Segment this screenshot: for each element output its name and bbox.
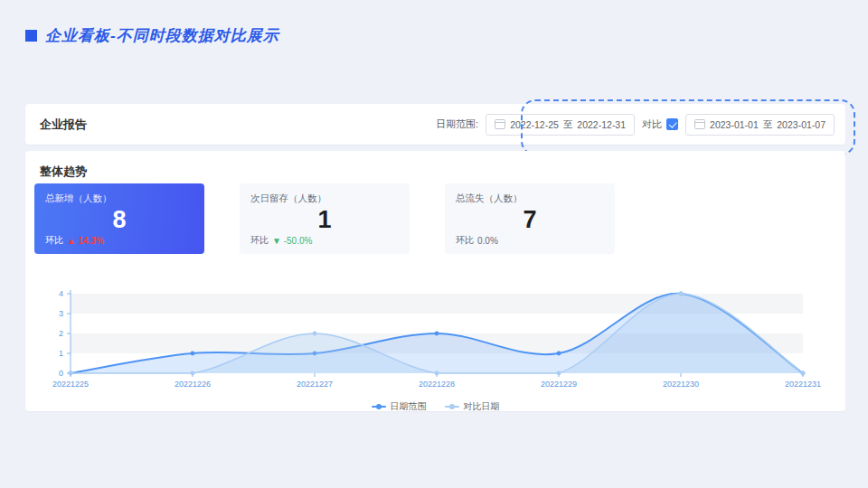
- date-range-start: 2022-12-25: [510, 119, 559, 130]
- trend-chart-svg: 0123420221225202212262022122720221228202…: [38, 286, 834, 397]
- card-value: 8: [45, 206, 193, 234]
- card-value: 1: [250, 206, 399, 234]
- stat-card-next-day-retention[interactable]: 次日留存（人数） 1 环比 ▼ -50.0%: [240, 183, 410, 254]
- card-title: 总流失（人数）: [456, 192, 604, 205]
- legend-label: 对比日期: [464, 400, 500, 413]
- footer-label: 环比: [456, 234, 474, 247]
- data-point: [679, 292, 684, 296]
- delta-up-icon: ▲ 14.3%: [67, 236, 104, 246]
- compare-range-start: 2023-01-01: [710, 119, 759, 130]
- card-footer: 环比 0.0%: [456, 234, 498, 247]
- stat-cards: 总新增（人数） 8 环比 ▲ 14.3% 次日留存（人数） 1 环比 ▼ -50…: [34, 183, 615, 254]
- x-axis-label: 20221230: [663, 380, 699, 389]
- y-axis-label: 0: [59, 369, 63, 378]
- data-point: [313, 332, 317, 336]
- card-title: 次日留存（人数）: [250, 192, 399, 205]
- title-square-icon: [25, 30, 37, 42]
- compare-range-end: 2023-01-07: [777, 119, 826, 130]
- compare-range-separator: 至: [763, 118, 773, 131]
- trend-panel-title: 整体趋势: [40, 164, 845, 180]
- card-footer: 环比 ▼ -50.0%: [250, 234, 312, 247]
- data-point: [557, 352, 561, 356]
- legend-item[interactable]: 对比日期: [445, 400, 500, 413]
- delta-value: 0.0%: [477, 236, 498, 246]
- page-title-text: 企业看板-不同时段数据对比展示: [45, 25, 279, 46]
- data-point: [557, 371, 561, 376]
- x-axis-label: 20221225: [52, 380, 89, 389]
- x-axis-label: 20221228: [419, 380, 455, 389]
- delta-down-icon: ▼ -50.0%: [272, 236, 312, 246]
- x-axis-label: 20221227: [297, 380, 333, 389]
- card-value: 7: [456, 206, 604, 234]
- x-axis-label: 20221229: [541, 380, 577, 389]
- legend-item[interactable]: 日期范围: [372, 400, 427, 413]
- card-title: 总新增（人数）: [45, 192, 193, 205]
- calendar-icon: [694, 119, 705, 129]
- x-axis-label: 20221226: [175, 380, 211, 389]
- data-point: [435, 332, 439, 336]
- date-range-input[interactable]: 2022-12-25 至 2022-12-31: [486, 114, 635, 136]
- data-point: [435, 371, 439, 376]
- date-range-end: 2022-12-31: [577, 119, 626, 130]
- compare-checkbox-checked[interactable]: [666, 118, 678, 130]
- data-point: [191, 352, 195, 356]
- footer-label: 环比: [45, 234, 63, 247]
- compare-date-range-input[interactable]: 2023-01-01 至 2023-01-07: [685, 114, 835, 136]
- date-range-label: 日期范围:: [436, 117, 478, 131]
- legend-label: 日期范围: [391, 400, 427, 413]
- y-axis-label: 2: [59, 329, 63, 338]
- date-range-separator: 至: [563, 118, 573, 131]
- card-footer: 环比 ▲ 14.3%: [45, 234, 104, 247]
- data-point: [191, 371, 195, 376]
- legend-line-dot-icon: [372, 403, 386, 410]
- stat-card-total-new[interactable]: 总新增（人数） 8 环比 ▲ 14.3%: [34, 183, 204, 254]
- trend-line-chart: 0123420221225202212262022122720221228202…: [38, 286, 834, 397]
- report-panel-title: 企业报告: [40, 117, 87, 133]
- footer-label: 环比: [250, 234, 269, 247]
- data-point: [801, 371, 806, 376]
- date-filter-controls: 日期范围: 2022-12-25 至 2022-12-31 对比 2023-01…: [436, 114, 835, 136]
- y-axis-label: 1: [59, 349, 63, 358]
- stat-card-total-churn[interactable]: 总流失（人数） 7 环比 0.0%: [445, 183, 615, 254]
- compare-toggle: 对比: [642, 117, 678, 131]
- compare-label: 对比: [642, 117, 662, 131]
- calendar-icon: [495, 119, 505, 129]
- legend-line-dot-icon: [445, 403, 459, 410]
- data-point: [69, 371, 73, 376]
- y-axis-label: 3: [59, 309, 63, 318]
- chart-legend: 日期范围对比日期: [25, 400, 845, 413]
- y-axis-label: 4: [59, 289, 63, 298]
- trend-panel: 整体趋势 总新增（人数） 8 环比 ▲ 14.3% 次日留存（人数） 1 环比 …: [25, 151, 845, 411]
- x-axis-label: 20221231: [785, 380, 821, 389]
- page-title: 企业看板-不同时段数据对比展示: [25, 25, 279, 46]
- report-panel: 企业报告 日期范围: 2022-12-25 至 2022-12-31 对比 20…: [25, 104, 845, 145]
